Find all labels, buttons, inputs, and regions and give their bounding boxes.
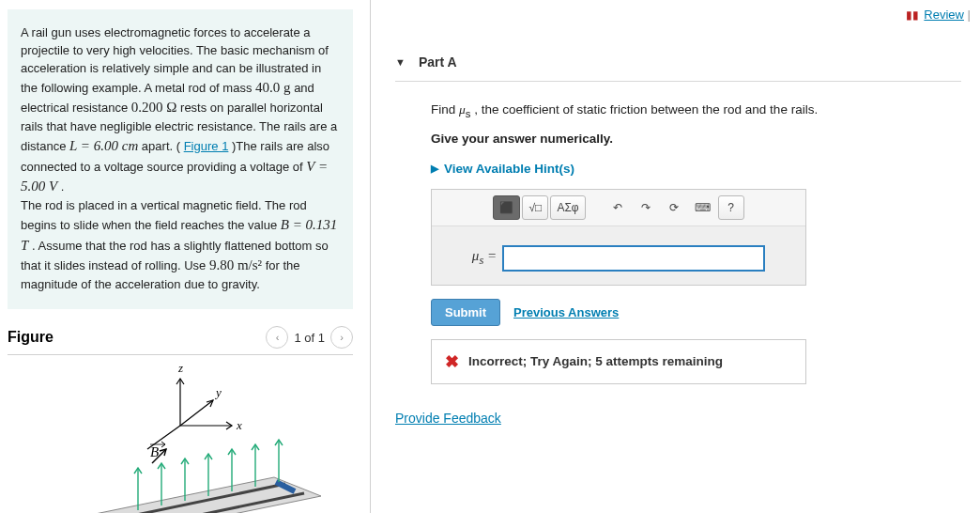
prompt-text: , the coefficient of static friction bet… [474,102,818,117]
left-column: A rail gun uses electromagnetic forces t… [0,0,371,513]
reset-button[interactable]: ⟳ [661,195,687,220]
part-header[interactable]: ▼ Part A [395,54,961,82]
axis-y: y [214,385,222,399]
length-eq: L = 6.00 cm [69,138,138,153]
previous-answers-link[interactable]: Previous Answers [513,305,619,319]
gravity-value: 9.80 m/s² [209,257,262,272]
submit-button[interactable]: Submit [431,299,500,326]
answer-input[interactable] [502,245,765,272]
app-root: A rail gun uses electromagnetic forces t… [0,0,980,513]
right-column: ▮▮ Review | ▼ Part A Find μs , the coeff… [371,0,980,513]
view-hints-toggle[interactable]: ▶ View Available Hint(s) [431,162,574,176]
mu-sub: s [466,108,471,119]
equation-toolbar: ⬛ √□ ΑΣφ ↶ ↷ ⟳ ⌨ ? [432,190,805,226]
problem-statement: A rail gun uses electromagnetic forces t… [8,9,353,309]
prompt-text: Find [431,102,459,117]
mu-symbol: μ [459,102,466,117]
axis-z: z [177,361,183,375]
hints-label: View Available Hint(s) [444,162,574,176]
templates-button[interactable]: ⬛ [493,195,520,220]
figure-heading: Figure [8,329,54,346]
flag-icon[interactable]: ▮▮ [906,8,919,22]
help-button[interactable]: ? [718,195,744,220]
resistance-value: 0.200 Ω [131,100,177,115]
incorrect-icon: ✖ [445,351,459,372]
review-bar: ▮▮ Review | [906,8,971,22]
figure-header: Figure ‹ 1 of 1 › [8,326,353,355]
redo-button[interactable]: ↷ [633,195,659,220]
greek-button[interactable]: ΑΣφ [550,195,585,220]
b-label: B [150,444,159,459]
part-label: Part A [419,54,457,70]
figure-prev-button[interactable]: ‹ [266,326,288,349]
answer-row: μs = [432,245,805,272]
svg-line-13 [180,400,213,426]
mass-value: 40.0 g [255,80,291,95]
problem-text: apart. ( [142,139,180,153]
answer-input-zone: ⬛ √□ ΑΣφ ↶ ↷ ⟳ ⌨ ? μs = [431,189,806,286]
figure-image: z y x B L [8,355,353,513]
problem-text: . [61,179,65,194]
triangle-right-icon: ▶ [431,163,438,175]
figure-link[interactable]: Figure 1 [184,139,229,153]
keyboard-button[interactable]: ⌨ [689,195,716,220]
review-link[interactable]: Review [924,8,964,22]
undo-button[interactable]: ↶ [605,195,631,220]
feedback-message: ✖ Incorrect; Try Again; 5 attempts remai… [431,339,806,384]
question-prompt: Find μs , the coefficient of static fric… [431,101,961,148]
answer-instruction: Give your answer numerically. [431,130,961,148]
feedback-text: Incorrect; Try Again; 5 attempts remaini… [468,354,723,368]
figure-counter: 1 of 1 [294,331,325,345]
provide-feedback-link[interactable]: Provide Feedback [395,411,501,426]
figure-next-button[interactable]: › [330,326,353,349]
answer-lhs: μs = [472,248,497,268]
sqrt-button[interactable]: √□ [522,195,548,220]
button-row: Submit Previous Answers [431,299,961,326]
problem-text: The rod is placed in a vertical magnetic… [21,198,307,232]
axis-x: x [236,418,242,432]
collapse-caret-icon: ▼ [395,56,406,68]
